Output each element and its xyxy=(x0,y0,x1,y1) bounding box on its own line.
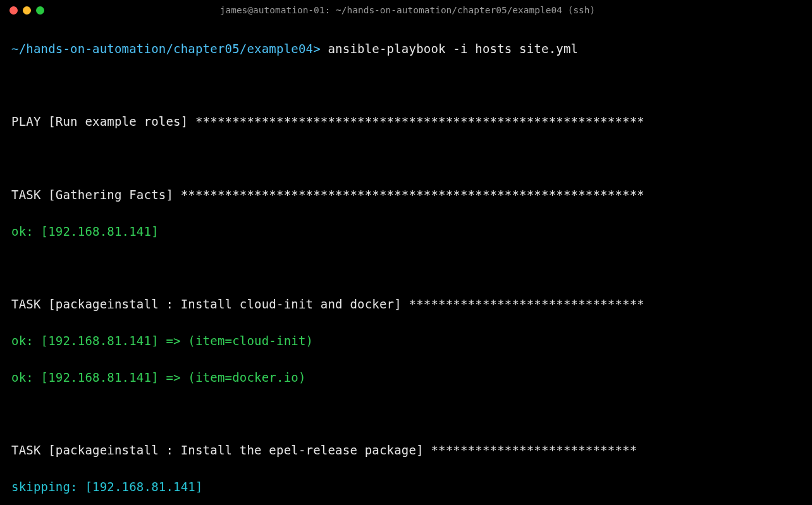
task-result-ok: ok: [192.168.81.141] => (item=docker.io) xyxy=(11,368,801,387)
task-header: TASK [packageinstall : Install the epel-… xyxy=(11,441,801,459)
task-header: TASK [Gathering Facts] *****************… xyxy=(11,186,801,204)
window-title: james@automation-01: ~/hands-on-automati… xyxy=(13,3,803,17)
task-result-ok: ok: [192.168.81.141] xyxy=(11,222,801,241)
task-header: TASK [packageinstall : Install cloud-ini… xyxy=(11,295,801,313)
prompt-path: ~/hands-on-automation/chapter05/example0… xyxy=(11,42,321,56)
blank-line xyxy=(11,405,801,423)
blank-line xyxy=(11,76,801,95)
blank-line xyxy=(11,149,801,167)
blank-line xyxy=(11,259,801,277)
window-titlebar: james@automation-01: ~/hands-on-automati… xyxy=(0,0,812,18)
task-result-ok: ok: [192.168.81.141] => (item=cloud-init… xyxy=(11,332,801,350)
play-header: PLAY [Run example roles] ***************… xyxy=(11,113,801,131)
command-text: ansible-playbook -i hosts site.yml xyxy=(328,42,578,56)
task-result-skipping: skipping: [192.168.81.141] xyxy=(11,478,801,496)
terminal-output[interactable]: ~/hands-on-automation/chapter05/example0… xyxy=(0,18,812,505)
